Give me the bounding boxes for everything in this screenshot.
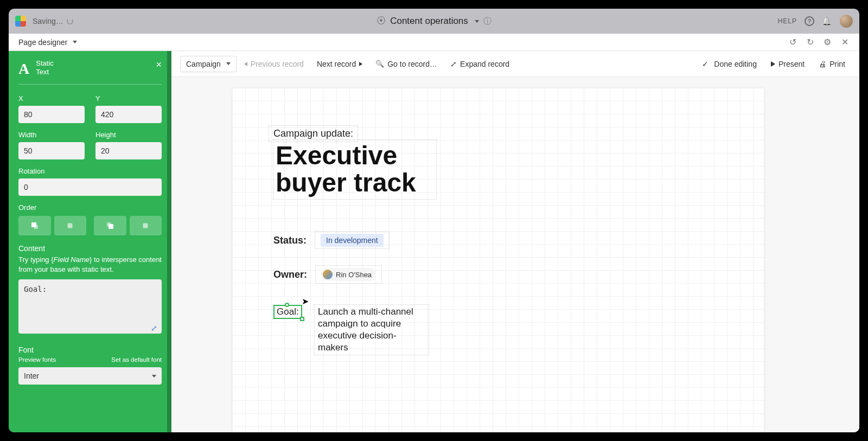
status-label[interactable]: Status:	[273, 235, 307, 246]
order-buttons	[18, 216, 162, 235]
bring-to-front-button[interactable]	[18, 216, 51, 235]
help-link[interactable]: HELP	[778, 17, 797, 25]
owner-label[interactable]: Owner:	[273, 269, 307, 280]
go-to-record-button[interactable]: Go to record…	[370, 56, 443, 72]
globe-icon	[376, 16, 386, 27]
x-input[interactable]	[18, 106, 85, 123]
present-button[interactable]: Present	[765, 56, 810, 72]
owner-chip: Rin O'Shea	[321, 268, 376, 281]
help-icon[interactable]	[805, 16, 814, 26]
owner-row: Owner: Rin O'Shea	[273, 266, 381, 283]
owner-name: Rin O'Shea	[336, 271, 372, 279]
base-title-group[interactable]: Content operations	[376, 16, 492, 27]
svg-rect-2	[68, 223, 73, 228]
svg-rect-5	[143, 223, 148, 228]
campaign-title[interactable]: Executive buyer track	[273, 140, 436, 199]
play-icon	[771, 61, 775, 67]
close-panel-button[interactable]: ×	[156, 59, 162, 71]
x-label: X	[18, 94, 85, 103]
bring-forward-button[interactable]	[54, 216, 87, 235]
present-label: Present	[778, 60, 805, 68]
record-select[interactable]: Campaign	[180, 56, 237, 72]
redo-button[interactable]	[805, 37, 815, 47]
content-hint: Try typing {Field Name} to intersperse c…	[18, 255, 162, 274]
svg-rect-1	[34, 225, 38, 229]
previous-record-button[interactable]: Previous record	[239, 56, 309, 72]
expand-label: Expand record	[460, 60, 509, 68]
status-row: Status: In development	[273, 232, 389, 248]
text-element-icon: A	[18, 60, 29, 78]
selection-handle-icon[interactable]	[300, 317, 304, 321]
preview-fonts-link[interactable]: Preview fonts	[18, 356, 56, 363]
campaign-update-label[interactable]: Campaign update:	[269, 126, 358, 142]
set-default-font-link[interactable]: Set as default font	[111, 356, 162, 363]
canvas[interactable]: Campaign update: Executive buyer track S…	[171, 77, 859, 432]
width-input[interactable]	[18, 142, 85, 159]
content-section-label: Content	[18, 244, 162, 253]
print-icon	[819, 60, 826, 68]
font-section-label: Font	[18, 346, 34, 354]
next-label: Next record	[317, 60, 356, 68]
next-record-button[interactable]: Next record	[311, 56, 368, 72]
chevron-down-icon	[152, 375, 156, 378]
y-input[interactable]	[95, 106, 162, 123]
check-icon	[702, 60, 711, 68]
chevron-down-icon	[475, 20, 479, 23]
y-label: Y	[95, 94, 162, 103]
view-switcher[interactable]: Page designer	[18, 38, 77, 47]
goal-label-text: Goal:	[277, 306, 299, 317]
prev-label: Previous record	[251, 60, 304, 68]
done-editing-button[interactable]: Done editing	[697, 56, 762, 72]
svg-rect-4	[107, 222, 111, 227]
font-select[interactable]: Inter	[18, 367, 162, 385]
cursor-icon: ➤	[302, 296, 309, 306]
saving-label: Saving…	[33, 17, 63, 25]
viewbar: Page designer	[9, 34, 859, 51]
saving-indicator: Saving…	[33, 17, 73, 25]
expand-icon	[450, 60, 457, 68]
settings-button[interactable]	[822, 37, 832, 47]
owner-field[interactable]: Rin O'Shea	[316, 266, 381, 283]
order-label: Order	[18, 203, 162, 212]
print-button[interactable]: Print	[813, 56, 851, 72]
user-avatar[interactable]	[840, 15, 853, 28]
view-name: Page designer	[18, 38, 67, 47]
goal-label-element[interactable]: Goal:	[273, 305, 302, 319]
app-shell: Saving… Content operations HELP Page des…	[9, 9, 859, 432]
spinner-icon	[67, 18, 73, 24]
chevron-right-icon	[359, 62, 362, 66]
undo-button[interactable]	[788, 37, 797, 47]
app-logo[interactable]	[15, 16, 26, 27]
width-label: Width	[18, 131, 85, 139]
status-field[interactable]: In development	[315, 232, 389, 248]
info-icon[interactable]	[483, 16, 492, 27]
close-button[interactable]	[840, 37, 850, 47]
height-input[interactable]	[95, 142, 162, 159]
height-label: Height	[95, 131, 162, 139]
content-area: Campaign Previous record Next record Go …	[171, 51, 859, 432]
expand-icon[interactable]	[151, 324, 157, 333]
topbar: Saving… Content operations HELP	[9, 9, 859, 34]
send-backward-button[interactable]	[94, 216, 126, 235]
print-label: Print	[829, 60, 845, 68]
record-toolbar: Campaign Previous record Next record Go …	[171, 51, 859, 77]
record-select-label: Campaign	[186, 60, 221, 68]
owner-avatar-icon	[323, 270, 333, 279]
rotation-input[interactable]	[18, 178, 162, 196]
font-value: Inter	[24, 372, 39, 380]
expand-record-button[interactable]: Expand record	[445, 56, 515, 72]
status-pill: In development	[321, 234, 384, 247]
page[interactable]: Campaign update: Executive buyer track S…	[232, 88, 764, 432]
goto-label: Go to record…	[387, 60, 437, 68]
send-to-back-button[interactable]	[130, 216, 162, 235]
chevron-down-icon	[226, 62, 231, 65]
bell-icon[interactable]	[822, 16, 832, 26]
goal-text-field[interactable]: Launch a multi-channel campaign to acqui…	[315, 305, 429, 355]
chevron-down-icon	[73, 41, 77, 43]
base-name: Content operations	[390, 16, 468, 27]
element-type-label: Static Text	[36, 59, 54, 77]
search-icon	[375, 60, 384, 68]
content-textarea[interactable]	[18, 279, 162, 334]
done-label: Done editing	[714, 60, 757, 68]
rotation-label: Rotation	[18, 167, 162, 175]
